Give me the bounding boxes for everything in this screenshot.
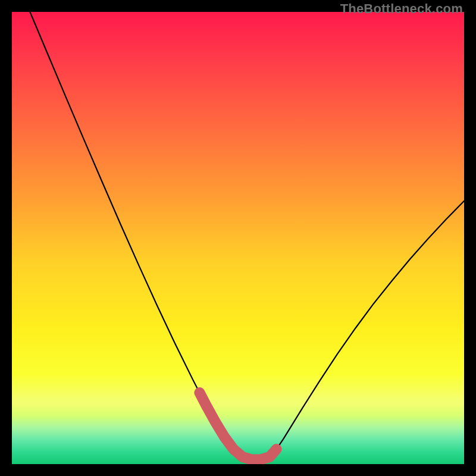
chart-plot-area — [12, 12, 464, 464]
chart-svg — [12, 12, 464, 464]
gradient-background — [12, 12, 464, 464]
chart-frame: TheBottleneck.com — [0, 0, 476, 476]
watermark-text: TheBottleneck.com — [340, 1, 463, 17]
